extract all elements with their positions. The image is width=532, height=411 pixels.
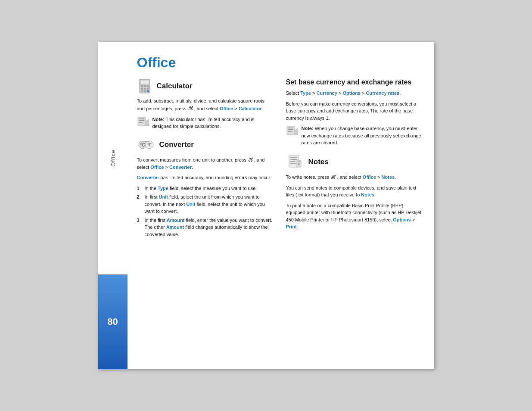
svg-rect-30 (297, 160, 301, 167)
sidebar-white: Office (98, 42, 128, 274)
calculator-link-calculator: Calculator (239, 106, 262, 111)
svg-rect-8 (141, 90, 143, 92)
unit-link-1: Unit (159, 194, 168, 199)
two-column-layout: Calculator To add, substract, multiply, … (137, 78, 422, 241)
calculator-section: Calculator To add, substract, multiply, … (137, 78, 273, 130)
calculator-note-text: Note: This calculator has limited accura… (152, 116, 273, 130)
svg-rect-14 (139, 122, 143, 123)
svg-rect-1 (141, 81, 149, 84)
svg-rect-22 (288, 129, 293, 130)
calculator-header: Calculator (137, 78, 273, 94)
notes-options-link: Options (393, 217, 411, 222)
currency-link: Currency (317, 90, 337, 96)
svg-rect-32 (298, 163, 300, 164)
currency-note-text: Note: When you change base currency, you… (302, 125, 422, 146)
notes-icon (286, 154, 304, 170)
notes-body1: To write notes, press ⌘ , and select Off… (286, 173, 422, 181)
notes-title: Notes (308, 158, 329, 166)
menu-icon-symbol: ⌘ (188, 106, 193, 112)
svg-rect-9 (144, 90, 146, 92)
svg-marker-15 (146, 119, 149, 126)
converter-link-converter: Converter (169, 165, 192, 170)
svg-text:°F: °F (147, 143, 151, 147)
calculator-note-icon (137, 116, 149, 127)
svg-rect-3 (144, 85, 146, 87)
converter-header: °C °F Converter (137, 137, 273, 153)
svg-rect-29 (290, 163, 296, 164)
svg-rect-7 (147, 88, 149, 90)
currency-rates-link: Currency rates. (366, 90, 401, 96)
calculator-link-office: Office (220, 106, 233, 111)
svg-rect-31 (298, 162, 300, 162)
sidebar: Office 80 (98, 42, 128, 369)
calculator-icon (137, 78, 152, 94)
svg-rect-4 (147, 85, 149, 87)
unit-link-2: Unit (186, 202, 195, 207)
converter-accuracy: Converter has limited accuracy, and roun… (137, 174, 273, 181)
converter-body: To convert measures from one unit to ano… (137, 156, 273, 171)
left-column: Calculator To add, substract, multiply, … (137, 78, 273, 241)
calculator-note-box: Note: This calculator has limited accura… (137, 116, 273, 130)
svg-rect-21 (288, 128, 293, 128)
page-container: Office 80 Office (98, 42, 434, 369)
list-item-1: 1 In the Type field, select the measure … (137, 185, 273, 192)
converter-title: Converter (159, 140, 194, 149)
page-title: Office (137, 55, 422, 71)
amount-link-1: Amount (167, 218, 185, 223)
notes-body2: You can send notes to compatible devices… (286, 184, 422, 199)
notes-section: Notes To write notes, press ⌘ , and sele… (286, 154, 422, 230)
notes-link-notes: Notes. (382, 174, 396, 180)
type-link: Type (300, 90, 311, 96)
svg-rect-2 (141, 85, 143, 87)
converter-link-office: Office (150, 165, 164, 170)
currency-note-box: Note: When you change base currency, you… (286, 125, 422, 146)
set-base-currency-body: Before you can make currency conversions… (286, 100, 422, 122)
calculator-body: To add, substract, multiply, divide, and… (137, 97, 273, 112)
page-number: 80 (107, 316, 118, 327)
set-base-currency-title: Set base currency and exchange rates (286, 78, 422, 86)
list-item-2: 2 In first Unit field, select the unit f… (137, 193, 273, 215)
right-column: Set base currency and exchange rates Sel… (286, 78, 422, 241)
main-content: Office (128, 42, 434, 369)
converter-inline-link: Converter (137, 175, 159, 180)
svg-rect-6 (144, 88, 146, 90)
amount-link-2: Amount (166, 224, 184, 230)
notes-link-notes2: Notes. (361, 192, 376, 197)
converter-list: 1 In the Type field, select the measure … (137, 185, 273, 238)
list-item-3: 3 In the first Amount field, enter the v… (137, 217, 273, 238)
notes-link-office: Office (363, 174, 376, 180)
svg-rect-23 (288, 131, 292, 132)
sidebar-blue: 80 (98, 274, 128, 369)
converter-section: °C °F Converter To convert measures from… (137, 137, 273, 238)
svg-rect-27 (290, 159, 297, 160)
calculator-title: Calculator (157, 82, 193, 90)
svg-text:°C: °C (140, 143, 145, 147)
notes-print-link: Print. (286, 224, 298, 229)
sidebar-label: Office (109, 149, 116, 167)
svg-rect-33 (298, 164, 299, 165)
set-base-currency-select: Select Type > Currency > Options > Curre… (286, 90, 422, 97)
menu-icon-symbol3: ⌘ (330, 174, 336, 180)
type-link-1: Type (158, 186, 168, 191)
svg-marker-24 (295, 128, 298, 135)
set-base-currency-header: Set base currency and exchange rates (286, 78, 422, 86)
svg-rect-28 (290, 161, 295, 162)
set-base-currency-section: Set base currency and exchange rates Sel… (286, 78, 422, 146)
svg-rect-26 (290, 157, 297, 158)
svg-rect-12 (139, 118, 144, 119)
notes-header: Notes (286, 154, 422, 170)
svg-rect-5 (141, 88, 143, 90)
menu-icon-symbol2: ⌘ (248, 157, 253, 163)
converter-icon: °C °F (137, 137, 155, 153)
svg-rect-13 (139, 120, 144, 121)
options-link: Options (342, 90, 361, 96)
notes-body3: To print a note on a compatible Basic Pr… (286, 202, 422, 230)
svg-rect-10 (147, 90, 149, 92)
currency-note-icon (286, 125, 298, 136)
